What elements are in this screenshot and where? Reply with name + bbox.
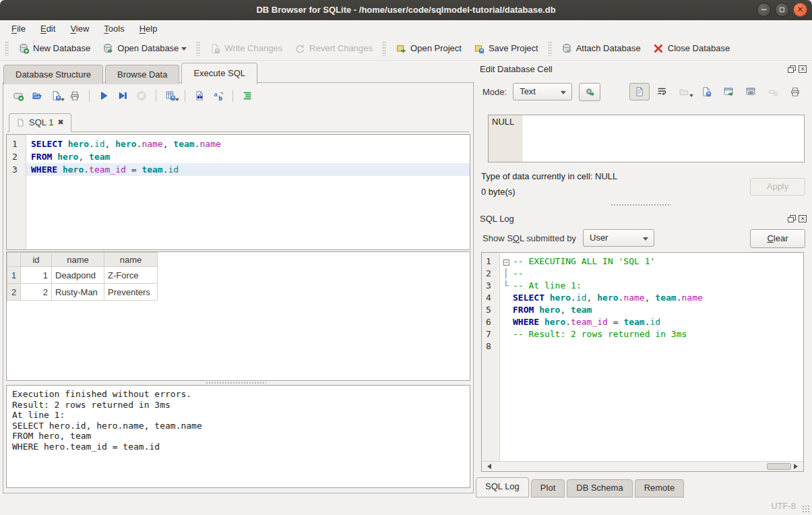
dock-tab-plot[interactable]: Plot	[531, 479, 565, 497]
code-line[interactable]: SELECT hero.id, hero.name, team.name	[26, 138, 470, 150]
close-tab-icon[interactable]: ✖	[57, 118, 63, 127]
tab-execute-sql[interactable]: Execute SQL	[181, 63, 257, 84]
set-null-icon	[768, 86, 778, 97]
auto-format-button[interactable]	[238, 88, 256, 104]
find-icon	[194, 90, 205, 101]
sql-document-tab[interactable]: SQL 1 ✖	[9, 113, 71, 132]
dropdown-caret-icon[interactable]	[61, 98, 65, 103]
table-cell[interactable]: 1	[21, 267, 52, 284]
editor-line: 1SELECT hero.id, hero.name, team.name	[7, 138, 470, 150]
column-header-id[interactable]: id	[21, 253, 52, 267]
maximize-button[interactable]	[775, 3, 789, 17]
column-header-name[interactable]: name	[104, 253, 158, 267]
toolbar-handle	[196, 41, 200, 56]
submitted-by-select[interactable]: User	[583, 229, 654, 247]
table-cell[interactable]: Preventers	[104, 284, 158, 301]
clear-button[interactable]: Clear	[750, 229, 805, 248]
menu-help[interactable]: Help	[132, 22, 165, 36]
corner-header-cell	[7, 253, 21, 267]
close-database-button[interactable]: Close Database	[647, 40, 737, 57]
tab-browse-data[interactable]: Browse Data	[105, 65, 179, 84]
row-header-cell[interactable]: 1	[7, 267, 21, 284]
apply-button[interactable]: Apply	[750, 178, 805, 195]
auto-format-icon	[242, 90, 253, 101]
cell-editor[interactable]: NULL	[488, 115, 805, 162]
mode-select[interactable]: Text	[513, 83, 572, 100]
horizontal-scrollbar[interactable]	[482, 461, 803, 471]
app-window: { "window": { "title": "DB Browser for S…	[0, 0, 812, 515]
db-new-icon	[18, 43, 29, 54]
set-null-button	[763, 83, 783, 100]
sql-editor[interactable]: 1SELECT hero.id, hero.name, team.name2FR…	[6, 134, 470, 250]
dock-tab-remote[interactable]: Remote	[635, 479, 685, 497]
execution-message: Execution finished without errors. Resul…	[12, 389, 464, 452]
toolbar-button-label: New Database	[33, 43, 90, 53]
log-code-line: -- Result: 2 rows returned in 3ms	[500, 328, 803, 340]
resize-grip[interactable]	[802, 505, 810, 513]
save-results-button[interactable]	[161, 88, 179, 104]
table-cell[interactable]: Z-Force	[104, 267, 158, 284]
open-external-button[interactable]	[718, 83, 739, 100]
attach-database-button[interactable]: Attach Database	[555, 40, 647, 57]
edit-cell-title: Edit Database Cell	[480, 64, 553, 74]
save-file-button[interactable]	[46, 88, 65, 104]
close-button[interactable]: ✕	[793, 3, 807, 17]
fold-marker-icon[interactable]: −	[503, 255, 513, 268]
sql-file-icon	[16, 118, 25, 127]
menu-file[interactable]: File	[4, 22, 33, 36]
copy-link-icon	[745, 86, 756, 97]
code-line[interactable]: WHERE hero.team_id = team.id	[26, 163, 470, 176]
dropdown-caret-icon[interactable]	[175, 98, 179, 103]
open-database-button[interactable]: Open Database	[96, 40, 193, 57]
dock-tab-db-schema[interactable]: DB Schema	[567, 479, 632, 497]
open-project-button[interactable]: Open Project	[389, 40, 468, 57]
execute-line-button[interactable]	[113, 88, 131, 104]
sql-log-dock-title: SQL Log	[480, 212, 807, 225]
export-save-button[interactable]	[696, 83, 716, 100]
line-number: 3	[7, 163, 26, 176]
toolbar-handle	[5, 41, 9, 56]
table-cell[interactable]: Deadpond	[52, 267, 104, 284]
log-code-line: SELECT hero.id, hero.name, team.name	[500, 292, 803, 304]
dropdown-caret-icon[interactable]	[689, 94, 693, 99]
find-button[interactable]	[190, 88, 208, 104]
filter-label: Show SQL submitted by	[482, 233, 576, 243]
new-database-button[interactable]: New Database	[12, 40, 96, 57]
save-project-button[interactable]: Save Project	[468, 40, 544, 57]
execute-all-button[interactable]	[94, 88, 113, 104]
log-line: 3└-- At line 1:	[482, 280, 803, 292]
text-document-button[interactable]	[629, 83, 650, 100]
table-cell[interactable]: Rusty-Man	[52, 284, 104, 301]
sql-tab-label: SQL 1	[29, 117, 53, 127]
dock-tab-sql-log[interactable]: SQL Log	[476, 477, 529, 497]
print-button[interactable]	[65, 88, 84, 104]
apply-settings-button[interactable]	[579, 83, 600, 101]
scroll-right-icon[interactable]	[794, 464, 801, 469]
new-tab-button[interactable]	[9, 88, 27, 104]
scrollbar-thumb[interactable]	[767, 463, 791, 470]
sql-log-view: 1−-- EXECUTING ALL IN 'SQL 1'2│--3└-- At…	[481, 252, 804, 472]
main-tab-area: Database StructureBrowse DataExecute SQL…	[3, 62, 475, 496]
printer-button[interactable]	[785, 83, 805, 100]
close-dock-icon[interactable]	[799, 215, 807, 222]
word-wrap-button[interactable]	[652, 83, 672, 100]
table-cell[interactable]: 2	[21, 284, 52, 301]
code-line[interactable]: FROM hero, team	[26, 150, 470, 163]
copy-link-button[interactable]	[741, 83, 761, 100]
menu-view[interactable]: View	[63, 22, 96, 36]
column-header-name[interactable]: name	[52, 253, 104, 267]
toolbar-separator	[185, 90, 185, 102]
find-replace-button[interactable]: ab	[209, 88, 227, 104]
close-dock-icon[interactable]	[799, 65, 807, 73]
row-header-cell[interactable]: 2	[7, 284, 21, 301]
float-dock-icon[interactable]	[788, 215, 796, 222]
menu-edit[interactable]: Edit	[33, 22, 63, 36]
dropdown-caret-icon[interactable]	[181, 47, 187, 53]
open-file-button[interactable]	[28, 88, 46, 104]
dock-splitter-handle[interactable]	[611, 204, 671, 207]
scroll-left-icon[interactable]	[485, 464, 491, 469]
tab-database-structure[interactable]: Database Structure	[3, 65, 103, 84]
menu-tools[interactable]: Tools	[96, 22, 131, 36]
float-dock-icon[interactable]	[788, 65, 796, 73]
minimize-button[interactable]: −	[757, 3, 771, 17]
